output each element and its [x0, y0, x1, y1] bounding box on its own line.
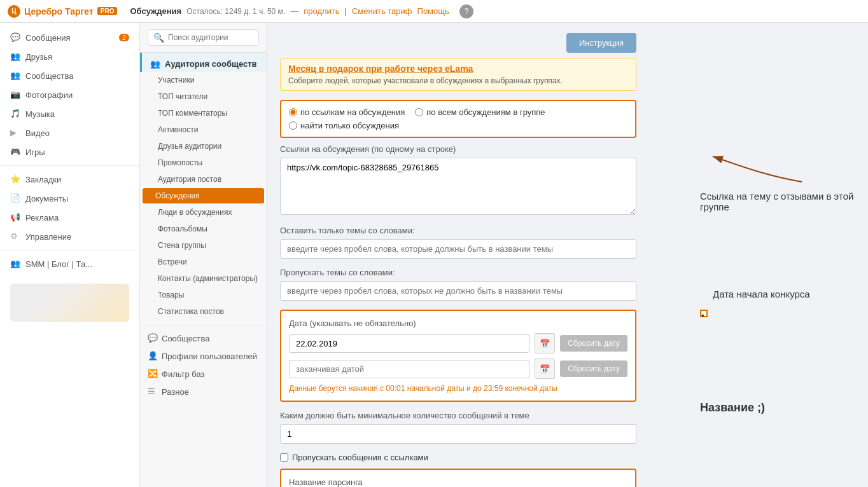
date-from-calendar-icon[interactable]: 📅: [535, 333, 555, 353]
date-from-input[interactable]: [289, 334, 529, 353]
min-messages-input[interactable]: [280, 424, 636, 444]
date-to-calendar-icon[interactable]: 📅: [535, 359, 555, 379]
bookmarks-icon: ⭐: [10, 174, 20, 184]
skip-words-input[interactable]: [280, 281, 636, 301]
radio-by-links-input[interactable]: [289, 108, 297, 116]
sidebar-item-documents[interactable]: 📄 Документы: [0, 189, 139, 208]
middle-nav: 🔍 👥 Аудитория сообществ Участники ТОП чи…: [140, 23, 267, 487]
radio-all-group[interactable]: по всем обсуждениям в группе: [415, 107, 545, 117]
sidebar-item-video[interactable]: ▶ Видео: [0, 123, 139, 142]
sidebar-item-smm[interactable]: 👥 SMM | Блог | Та...: [0, 254, 139, 273]
nav-group-filter[interactable]: 🔀 Фильтр баз: [140, 365, 267, 383]
nav-sub-post-stats[interactable]: Статистика постов: [140, 303, 267, 320]
change-tariff-link[interactable]: Сменить тариф: [352, 6, 412, 16]
sidebar-label-communities: Сообщества: [25, 71, 74, 81]
help-icon[interactable]: ?: [459, 4, 473, 18]
nav-sub-top-commenters[interactable]: ТОП комментаторы: [140, 105, 267, 121]
sidebar-item-friends[interactable]: 👥 Друзья: [0, 47, 139, 66]
games-icon: 🎮: [10, 147, 20, 157]
parsing-name-section: Название парсинга: [280, 469, 636, 487]
promo-title[interactable]: Месяц в подарок при работе через eLama: [288, 64, 628, 74]
date-to-input[interactable]: [289, 360, 529, 378]
nav-sub-audience-friends[interactable]: Друзья аудитории: [140, 138, 267, 154]
header-sep2: |: [345, 6, 347, 16]
nav-filter-icon: 🔀: [148, 369, 158, 379]
messages-badge: 2: [119, 34, 129, 41]
nav-group-profiles[interactable]: 👤 Профили пользователей: [140, 347, 267, 365]
nav-sub-discussions[interactable]: Обсуждения: [143, 188, 264, 203]
nav-group-misc[interactable]: ☰ Разное: [140, 383, 267, 401]
sidebar-item-bookmarks[interactable]: ⭐ Закладки: [0, 170, 139, 189]
radio-all-group-label: по всем обсуждениям в группе: [426, 107, 545, 117]
radio-find-only-input[interactable]: [289, 121, 297, 130]
main-layout: 💬 Сообщения 2 👥 Друзья 👥 Сообщества 📷 Фо…: [0, 23, 868, 487]
sidebar-divider-2: [0, 250, 139, 250]
sidebar-item-music[interactable]: 🎵 Музыка: [0, 104, 139, 123]
reset-date-to-button[interactable]: Сбросить дату: [560, 360, 627, 377]
content-inner: Инструкция Месяц в подарок при работе че…: [267, 23, 649, 487]
extend-link[interactable]: продлить: [304, 6, 339, 16]
sidebar-item-ads[interactable]: 📢 Реклама: [0, 208, 139, 227]
nav-sub-post-audience[interactable]: Аудитория постов: [140, 171, 267, 188]
nav-filter-label: Фильтр баз: [162, 369, 204, 379]
sidebar-label-music: Музыка: [25, 109, 55, 119]
search-icon: 🔍: [153, 32, 164, 43]
sidebar-item-management[interactable]: ⚙ Управление: [0, 227, 139, 246]
nav-sub-events[interactable]: Встречи: [140, 254, 267, 270]
nav-sub-goods[interactable]: Товары: [140, 287, 267, 303]
sidebar-label-messages: Сообщения: [25, 33, 71, 43]
sidebar-divider-1: [0, 165, 139, 166]
date-annotation-text: Дата начала конкурса: [713, 289, 810, 299]
search-input[interactable]: [168, 33, 253, 42]
music-icon: 🎵: [10, 109, 20, 119]
links-textarea[interactable]: https://vk.com/topic-68328685_29761865: [280, 158, 636, 215]
search-box[interactable]: 🔍: [148, 29, 259, 46]
nav-misc-icon: ☰: [148, 387, 158, 397]
radio-find-only[interactable]: найти только обсуждения: [289, 121, 399, 130]
date-to-row: 📅 Сбросить дату: [289, 359, 627, 379]
sidebar-label-smm: SMM | Блог | Та...: [25, 259, 92, 269]
sidebar-item-messages[interactable]: 💬 Сообщения 2: [0, 28, 139, 47]
nav-sub-people-in-discussions[interactable]: Люди в обсуждениях: [140, 204, 267, 221]
sidebar-label-video: Видео: [25, 128, 50, 138]
header-time-remaining: Осталось: 1249 д. 1 ч. 50 м.: [186, 7, 285, 16]
nav-profiles-icon: 👤: [148, 351, 158, 361]
links-section: Ссылки на обсуждения (по одному на строк…: [280, 144, 636, 217]
friends-icon: 👥: [10, 51, 20, 62]
nav-sub-members[interactable]: Участники: [140, 72, 267, 88]
reset-date-from-button[interactable]: Сбросить дату: [560, 335, 627, 352]
sidebar-item-photos[interactable]: 📷 Фотографии: [0, 85, 139, 104]
date-section: Дата (указывать не обязательно) 📅 Сброси…: [280, 310, 636, 402]
nav-sub-activities[interactable]: Активности: [140, 121, 267, 138]
help-link[interactable]: Помощь: [417, 6, 449, 16]
sidebar-item-games[interactable]: 🎮 Игры: [0, 142, 139, 161]
instruction-button[interactable]: Инструкция: [566, 33, 636, 53]
nav-sub-wall[interactable]: Стена группы: [140, 237, 267, 254]
sidebar-label-documents: Документы: [25, 194, 68, 203]
radio-by-links[interactable]: по ссылкам на обсуждения: [289, 107, 405, 117]
sidebar-item-communities[interactable]: 👥 Сообщества: [0, 66, 139, 85]
keep-words-input[interactable]: [280, 239, 636, 259]
radio-row-2: найти только обсуждения: [289, 121, 627, 130]
links-textarea-wrapper: https://vk.com/topic-68328685_29761865: [280, 158, 636, 217]
annotations-panel: Ссылка на тему с отзывами в этой группе …: [690, 23, 868, 487]
skip-words-section: Пропускать темы со словами:: [280, 268, 636, 301]
nav-communities-label: Сообщества: [162, 334, 210, 343]
nav-group-communities[interactable]: 💬 Сообщества: [140, 329, 267, 347]
ads-icon: 📢: [10, 212, 20, 223]
link-annotation-area: Ссылка на тему с отзывами в этой группе: [700, 150, 858, 212]
audience-communities-section[interactable]: 👥 Аудитория сообществ: [140, 53, 267, 72]
nav-sub-contacts[interactable]: Контакты (администраторы): [140, 270, 267, 287]
date-annotation-dot: •: [700, 310, 708, 317]
nav-sub-top-readers[interactable]: ТОП читатели: [140, 88, 267, 105]
radio-find-only-label: найти только обсуждения: [300, 121, 399, 130]
documents-icon: 📄: [10, 193, 20, 203]
nav-sub-promoposts[interactable]: Промопосты: [140, 154, 267, 171]
communities-icon: 👥: [10, 71, 20, 81]
radio-group: по ссылкам на обсуждения по всем обсужде…: [280, 100, 636, 138]
nav-sub-photo-albums[interactable]: Фотоальбомы: [140, 221, 267, 237]
skip-links-checkbox[interactable]: [280, 453, 288, 462]
radio-all-group-input[interactable]: [415, 108, 423, 116]
header-section-title: Обсуждения: [130, 6, 181, 16]
name-annotation-area: Название ;): [700, 401, 858, 415]
